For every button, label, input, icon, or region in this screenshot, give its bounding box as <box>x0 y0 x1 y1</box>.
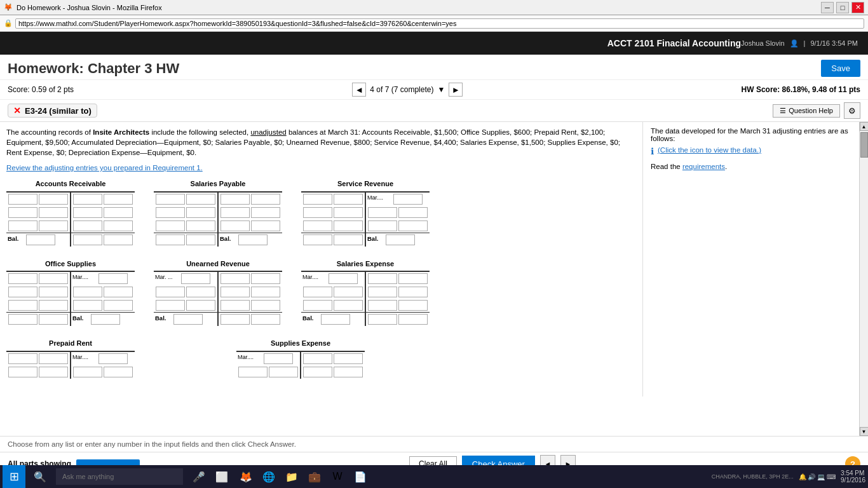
os-bal-l1[interactable] <box>8 314 37 325</box>
ur-r1-r2[interactable] <box>251 273 280 284</box>
sr-r2-r2[interactable] <box>398 207 428 218</box>
se-bal-l1[interactable] <box>321 314 350 325</box>
pr-r1-l2[interactable] <box>39 353 68 364</box>
firefox-taskbar-icon[interactable]: 🦊 <box>236 467 255 475</box>
ar-bal-r2[interactable] <box>104 234 133 245</box>
sr-r3-r2[interactable] <box>398 220 428 231</box>
se-r2-r2[interactable] <box>398 287 428 297</box>
sr-r3-r1[interactable] <box>368 220 397 231</box>
sr-r1-l2[interactable] <box>334 194 363 205</box>
scroll-down-button[interactable]: ▼ <box>860 427 869 436</box>
pr-r2-r2[interactable] <box>104 367 133 377</box>
ur-r1-r1[interactable] <box>220 273 250 284</box>
ar-r3-r2[interactable] <box>104 220 133 231</box>
title-bar-controls[interactable]: ─ □ ✕ <box>821 2 864 13</box>
pr-r2-r1[interactable] <box>73 367 102 377</box>
se-r1-l1[interactable] <box>329 273 358 284</box>
start-button[interactable]: ⊞ <box>3 465 25 475</box>
prev-question-button[interactable]: ◄ <box>352 83 366 97</box>
app5-taskbar-icon[interactable]: 💼 <box>305 467 324 475</box>
sp-r3-l1[interactable] <box>156 220 185 231</box>
ar-bal-r1[interactable] <box>73 234 102 245</box>
se-r1-r1[interactable] <box>368 273 397 284</box>
se-r1-r2[interactable] <box>398 273 428 284</box>
scroll-up-button[interactable]: ▲ <box>860 122 869 131</box>
ar-bal-input[interactable] <box>26 234 55 245</box>
se-bal-r1[interactable] <box>368 314 397 325</box>
se-r3-l2[interactable] <box>334 300 363 311</box>
ur-r2-r1[interactable] <box>220 287 250 297</box>
sp-r2-l2[interactable] <box>186 207 215 218</box>
sp-bal-l1[interactable] <box>156 234 185 245</box>
ar-r2-r1[interactable] <box>73 207 102 218</box>
ur-r1-l1[interactable] <box>181 273 210 284</box>
os-bal-l2[interactable] <box>39 314 68 325</box>
os-r2-l1[interactable] <box>8 287 37 297</box>
ur-bal-r1[interactable] <box>220 314 250 325</box>
sp-r1-l1[interactable] <box>156 194 185 205</box>
ar-r1-r2[interactable] <box>104 194 133 205</box>
word-taskbar-icon[interactable]: W <box>328 467 347 475</box>
os-r2-l2[interactable] <box>39 287 68 297</box>
supe-r1-r2[interactable] <box>334 353 363 364</box>
review-link[interactable]: Review the adjusting entries you prepare… <box>6 164 203 172</box>
sr-bal-l2[interactable] <box>334 234 363 245</box>
se-r2-l1[interactable] <box>303 287 332 297</box>
pr-r1-r1[interactable] <box>98 353 128 364</box>
sp-r1-r2[interactable] <box>251 194 280 205</box>
sr-bal-r1[interactable] <box>386 234 415 245</box>
scrollbar[interactable]: ▲ ▼ <box>859 122 868 436</box>
os-r1-l1[interactable] <box>8 273 37 284</box>
minimize-button[interactable]: ─ <box>821 2 834 13</box>
se-r3-r1[interactable] <box>368 300 397 311</box>
os-r3-r2[interactable] <box>104 300 133 311</box>
se-bal-r2[interactable] <box>398 314 428 325</box>
ur-r3-r2[interactable] <box>251 300 280 311</box>
sp-r1-l2[interactable] <box>186 194 215 205</box>
se-r3-l1[interactable] <box>303 300 332 311</box>
ar-r2-r2[interactable] <box>104 207 133 218</box>
mic-icon[interactable]: 🎤 <box>189 467 208 475</box>
sp-r1-r1[interactable] <box>220 194 250 205</box>
sr-r2-l2[interactable] <box>334 207 363 218</box>
next-question-button[interactable]: ► <box>449 83 463 97</box>
question-help-button[interactable]: ☰ Question Help <box>773 104 840 118</box>
explorer-taskbar-icon[interactable]: 📁 <box>282 467 301 475</box>
pdf-taskbar-icon[interactable]: 📄 <box>351 467 370 475</box>
sp-r2-r1[interactable] <box>220 207 250 218</box>
settings-button[interactable]: ⚙ <box>844 102 860 119</box>
sp-r3-r2[interactable] <box>251 220 280 231</box>
click-icon-link[interactable]: (Click the icon to view the data.) <box>658 146 761 154</box>
os-bal-r1[interactable] <box>91 314 120 325</box>
se-r2-l2[interactable] <box>334 287 363 297</box>
se-r2-r1[interactable] <box>368 287 397 297</box>
os-r3-l2[interactable] <box>39 300 68 311</box>
ur-r3-l1[interactable] <box>156 300 185 311</box>
ar-r2-l1[interactable] <box>8 207 37 218</box>
requirements-link[interactable]: requirements <box>682 163 725 170</box>
sp-r2-l1[interactable] <box>156 207 185 218</box>
sr-r2-r1[interactable] <box>368 207 397 218</box>
maximize-button[interactable]: □ <box>836 2 849 13</box>
supe-r2-r1[interactable] <box>303 367 332 377</box>
pr-r2-l1[interactable] <box>8 367 37 377</box>
os-r2-r2[interactable] <box>104 287 133 297</box>
ar-r1-l1[interactable] <box>8 194 37 205</box>
sp-bal-r1[interactable] <box>238 234 268 245</box>
ur-r3-r1[interactable] <box>220 300 250 311</box>
ar-r1-l2[interactable] <box>39 194 68 205</box>
supe-r2-l2[interactable] <box>269 367 298 377</box>
os-r3-r1[interactable] <box>73 300 102 311</box>
ur-r2-l2[interactable] <box>186 287 215 297</box>
edge-taskbar-icon[interactable]: 🌐 <box>259 467 278 475</box>
pr-r2-l2[interactable] <box>39 367 68 377</box>
ur-bal-r2[interactable] <box>251 314 280 325</box>
sr-r2-l1[interactable] <box>303 207 332 218</box>
save-button[interactable]: Save <box>821 60 860 77</box>
dropdown-arrow[interactable]: ▼ <box>437 85 445 94</box>
os-r3-l1[interactable] <box>8 300 37 311</box>
close-button[interactable]: ✕ <box>851 2 864 13</box>
search-button[interactable]: 🔍 <box>31 467 50 475</box>
sp-bal-l2[interactable] <box>186 234 215 245</box>
supe-r2-l1[interactable] <box>238 367 268 377</box>
